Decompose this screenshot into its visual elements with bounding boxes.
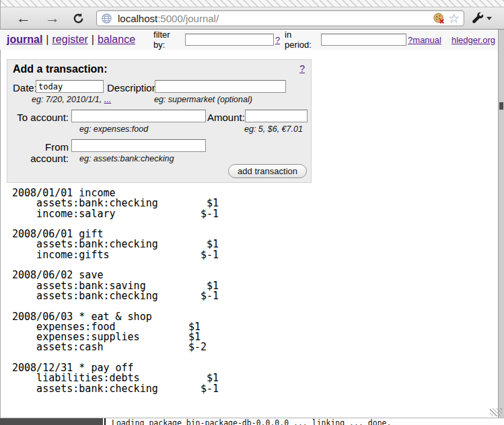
amount-label: Amount:	[207, 112, 245, 123]
amount-input[interactable]	[245, 110, 308, 122]
tab-journal[interactable]: journal	[7, 34, 42, 45]
from-account-input[interactable]	[71, 139, 206, 152]
back-button[interactable]: ←	[16, 11, 31, 26]
hledger-org-link[interactable]: hledger.org	[452, 35, 495, 45]
background-dark-area	[0, 418, 103, 425]
form-help-link[interactable]: ?	[299, 63, 305, 74]
background-terminal-strip: Loading package bin-package-db-0.0.0.0 .…	[0, 418, 504, 425]
description-label: Description:	[107, 82, 160, 93]
url-path: :5000/journal/	[157, 13, 219, 24]
tab-register[interactable]: register	[52, 34, 88, 45]
reload-button[interactable]	[72, 12, 85, 25]
wrench-icon	[472, 12, 484, 25]
to-account-hint: eg: expenses:food	[79, 124, 148, 134]
window-resize-grip[interactable]	[490, 408, 502, 416]
filter-help-link[interactable]: ?	[275, 35, 280, 45]
in-period-label: in period:	[285, 30, 317, 50]
url-text[interactable]: localhost:5000/journal/	[118, 13, 433, 24]
globe-icon	[101, 13, 112, 24]
description-hint: eg: supermarket (optional)	[154, 95, 252, 104]
date-label: Date:	[13, 82, 37, 93]
filter-by-label: filter by:	[153, 30, 181, 50]
to-account-label: To account:	[7, 112, 69, 123]
description-input[interactable]	[155, 80, 286, 93]
date-hint: eg: 7/20, 2010/1/1, ...	[32, 95, 111, 104]
hledger-navbar: journal|register|balance filter by: ? in…	[0, 30, 504, 50]
window-left-border	[0, 0, 1, 418]
link-separator: |	[92, 34, 94, 45]
period-help-link[interactable]: ?	[408, 35, 412, 45]
filter-input[interactable]	[185, 34, 274, 46]
from-account-label: From account:	[7, 141, 69, 164]
form-title: Add a transaction:	[13, 63, 107, 75]
from-account-hint: eg: assets:bank:checking	[79, 154, 174, 163]
address-bar[interactable]: localhost:5000/journal/ ☆	[96, 10, 464, 26]
view-links: journal|register|balance	[7, 34, 135, 46]
url-host: localhost	[118, 13, 157, 24]
forward-button[interactable]: →	[45, 11, 60, 26]
to-account-input[interactable]	[71, 110, 206, 122]
amount-hint: eg: 5, $6, €7.01	[244, 124, 303, 134]
scrollbar-track[interactable]	[498, 30, 504, 418]
window-titlebar-stripes[interactable]	[0, 0, 504, 7]
bookmark-star-icon[interactable]: ☆	[448, 12, 460, 25]
reload-icon	[72, 12, 85, 25]
terminal-left-border	[104, 418, 106, 425]
date-hint-more-link[interactable]: ...	[104, 95, 111, 104]
browser-menu-button[interactable]	[472, 12, 492, 25]
manual-link[interactable]: manual	[412, 35, 441, 45]
chevron-down-icon	[487, 17, 492, 20]
date-hint-text: eg: 7/20, 2010/1/1,	[32, 95, 104, 104]
terminal-output-text: Loading package bin-package-db-0.0.0.0 .…	[112, 419, 391, 425]
browser-toolbar: ← → localhost:5000/journal/	[0, 7, 504, 30]
scrollbar-thumb[interactable]	[499, 102, 503, 110]
cookie-blocked-icon[interactable]	[433, 12, 445, 25]
add-transaction-form: Add a transaction: ? Date: Description: …	[7, 59, 312, 183]
add-transaction-button[interactable]: add transaction	[228, 164, 307, 178]
period-input[interactable]	[321, 34, 406, 46]
journal-listing: 2008/01/01 income assets:bank:checking $…	[12, 188, 219, 394]
tab-balance[interactable]: balance	[98, 34, 135, 45]
external-links: manual hledger.org	[412, 35, 495, 45]
date-input[interactable]	[36, 80, 104, 93]
link-separator: |	[46, 34, 48, 45]
